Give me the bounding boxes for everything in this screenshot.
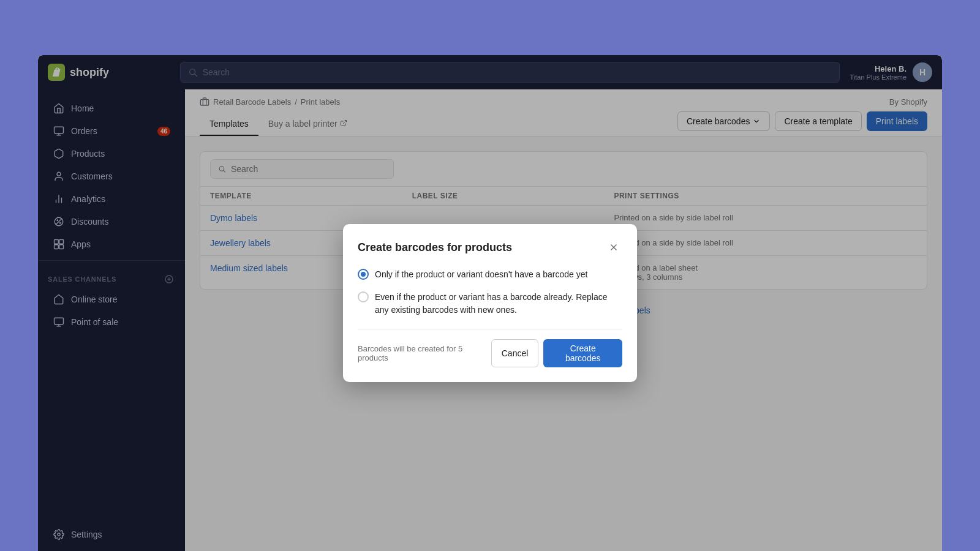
main-content: Retail Barcode Labels / Print labels By … xyxy=(185,89,942,551)
modal: Create barcodes for products Only if the… xyxy=(343,224,637,382)
modal-header: Create barcodes for products xyxy=(358,239,622,256)
modal-overlay[interactable]: Create barcodes for products Only if the… xyxy=(185,89,942,551)
create-barcodes-confirm-button[interactable]: Create barcodes xyxy=(543,339,622,367)
radio-option-2[interactable] xyxy=(358,291,369,302)
modal-title: Create barcodes for products xyxy=(358,241,512,254)
modal-footer-actions: Cancel Create barcodes xyxy=(491,339,622,367)
modal-option-1[interactable]: Only if the product or variant doesn't h… xyxy=(358,268,622,281)
body-layout: Home Orders 46 Products Customers xyxy=(38,89,942,551)
close-icon xyxy=(608,242,619,253)
footer-info: Barcodes will be created for 5 products xyxy=(358,344,491,362)
option1-text: Only if the product or variant doesn't h… xyxy=(375,268,587,281)
modal-option-2[interactable]: Even if the product or variant has a bar… xyxy=(358,291,622,317)
option2-text: Even if the product or variant has a bar… xyxy=(375,291,622,317)
radio-option-1[interactable] xyxy=(358,269,369,280)
modal-close-button[interactable] xyxy=(605,239,622,256)
cancel-button[interactable]: Cancel xyxy=(491,339,539,367)
modal-footer: Barcodes will be created for 5 products … xyxy=(358,329,622,367)
